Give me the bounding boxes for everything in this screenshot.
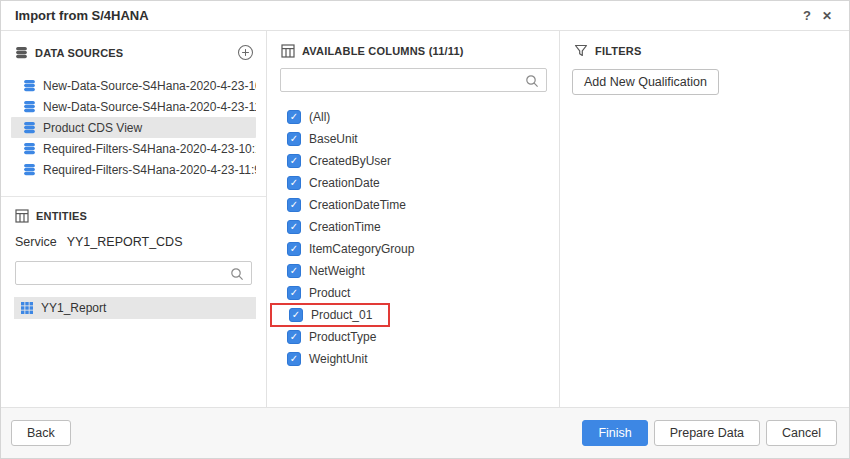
entity-item-selected[interactable]: YY1_Report <box>14 297 256 319</box>
entity-label: YY1_Report <box>41 301 106 315</box>
database-icon <box>23 163 36 176</box>
database-icon <box>23 79 36 92</box>
table-grid-icon <box>20 301 34 315</box>
available-columns-title: AVAILABLE COLUMNS (11/11) <box>302 45 464 57</box>
column-item[interactable]: CreationDate <box>267 172 559 194</box>
columns-search-input[interactable] <box>281 69 546 91</box>
search-icon[interactable] <box>525 74 539 88</box>
checkbox-checked-icon[interactable] <box>289 308 303 322</box>
filters-title: FILTERS <box>595 45 641 57</box>
column-item[interactable]: BaseUnit <box>267 128 559 150</box>
column-item[interactable]: ProductType <box>267 326 559 348</box>
database-icon <box>23 121 36 134</box>
columns-search <box>280 68 547 92</box>
data-sources-title: DATA SOURCES <box>35 47 123 59</box>
checkbox-checked-icon[interactable] <box>287 110 301 124</box>
data-source-item[interactable]: Required-Filters-S4Hana-2020-4-23-10:1:3… <box>11 138 256 159</box>
filter-funnel-icon <box>574 44 588 58</box>
checkbox-checked-icon[interactable] <box>287 242 301 256</box>
checkbox-checked-icon[interactable] <box>287 286 301 300</box>
filters-header: FILTERS <box>560 31 849 68</box>
dialog-titlebar: Import from S/4HANA ? ✕ <box>1 1 849 31</box>
service-label: Service <box>15 235 57 249</box>
dialog-body: DATA SOURCES <box>1 31 849 407</box>
column-item[interactable]: (All) <box>267 106 559 128</box>
data-sources-header: DATA SOURCES <box>1 31 266 71</box>
column-item[interactable]: ItemCategoryGroup <box>267 238 559 260</box>
checkbox-checked-icon[interactable] <box>287 198 301 212</box>
entities-search <box>15 261 252 285</box>
available-columns-panel: AVAILABLE COLUMNS (11/11) (All) <box>267 31 560 407</box>
available-columns-header: AVAILABLE COLUMNS (11/11) <box>267 31 559 68</box>
checkbox-checked-icon[interactable] <box>287 176 301 190</box>
column-item[interactable]: Product <box>267 282 559 304</box>
back-button[interactable]: Back <box>11 420 71 446</box>
entities-title: ENTITIES <box>36 210 87 222</box>
data-source-item[interactable]: New-Data-Source-S4Hana-2020-4-23-10:1... <box>11 75 256 96</box>
data-sources-panel: DATA SOURCES <box>1 31 267 407</box>
entities-search-input[interactable] <box>16 262 251 284</box>
add-new-qualification-button[interactable]: Add New Qualification <box>572 69 719 95</box>
data-source-item[interactable]: Required-Filters-S4Hana-2020-4-23-11:9:4… <box>11 159 256 180</box>
checkbox-checked-icon[interactable] <box>287 154 301 168</box>
column-item-highlighted[interactable]: Product_01 <box>270 303 390 327</box>
prepare-data-button[interactable]: Prepare Data <box>654 420 760 446</box>
search-icon[interactable] <box>230 267 244 281</box>
database-icon <box>15 46 28 59</box>
service-value: YY1_REPORT_CDS <box>67 235 183 249</box>
table-icon <box>15 209 29 223</box>
finish-button[interactable]: Finish <box>582 420 647 446</box>
cancel-button[interactable]: Cancel <box>766 420 837 446</box>
table-icon <box>281 44 295 58</box>
add-data-source-icon[interactable] <box>237 44 254 61</box>
service-row: Service YY1_REPORT_CDS <box>1 233 266 249</box>
data-source-item-selected[interactable]: Product CDS View <box>11 117 256 138</box>
column-item[interactable]: CreationTime <box>267 216 559 238</box>
column-item[interactable]: CreationDateTime <box>267 194 559 216</box>
column-item[interactable]: CreatedByUser <box>267 150 559 172</box>
dialog-title: Import from S/4HANA <box>15 8 149 23</box>
data-source-item[interactable]: New-Data-Source-S4Hana-2020-4-23-11:9:..… <box>11 96 256 117</box>
column-item[interactable]: WeightUnit <box>267 348 559 370</box>
checkbox-checked-icon[interactable] <box>287 264 301 278</box>
help-icon[interactable]: ? <box>797 6 817 26</box>
checkbox-checked-icon[interactable] <box>287 352 301 366</box>
filters-panel: FILTERS Add New Qualification <box>560 31 849 407</box>
entities-header: ENTITIES <box>1 197 266 233</box>
database-icon <box>23 100 36 113</box>
checkbox-checked-icon[interactable] <box>287 220 301 234</box>
data-source-list: New-Data-Source-S4Hana-2020-4-23-10:1...… <box>1 75 266 180</box>
column-list: (All) BaseUnit CreatedByUser CreationDat… <box>267 106 559 370</box>
import-dialog: Import from S/4HANA ? ✕ DATA SOURCES <box>0 0 850 459</box>
close-icon[interactable]: ✕ <box>817 6 837 26</box>
database-icon <box>23 142 36 155</box>
checkbox-checked-icon[interactable] <box>287 132 301 146</box>
checkbox-checked-icon[interactable] <box>287 330 301 344</box>
column-item[interactable]: NetWeight <box>267 260 559 282</box>
dialog-footer: Back Finish Prepare Data Cancel <box>1 407 849 458</box>
